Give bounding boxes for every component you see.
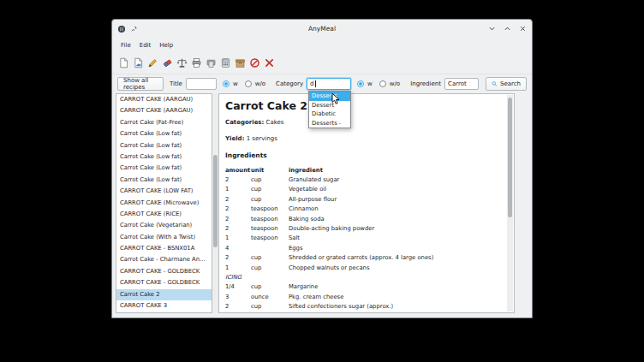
amount-cell: 1: [225, 186, 251, 193]
show-all-recipes-button[interactable]: Show all recipes: [117, 77, 164, 91]
search-button[interactable]: Search: [486, 77, 527, 91]
maximize-button[interactable]: [503, 25, 511, 33]
ingredient-cell: Pkg. cream cheese: [289, 294, 502, 300]
export-icon: [206, 57, 217, 68]
recipe-list-item[interactable]: CARROT CAKE - GOLDBECK: [116, 266, 212, 277]
category-without-label: w/o: [390, 80, 400, 87]
close-button[interactable]: [518, 25, 527, 33]
category-without-radio[interactable]: [379, 80, 386, 87]
categories-label: Categories:: [225, 119, 264, 126]
recipe-list-item[interactable]: Carrot Cake 2: [116, 289, 212, 300]
recipe-list-scrollbar-thumb[interactable]: [213, 155, 218, 247]
unit-cell: ounce: [251, 294, 289, 300]
recipe-list-item[interactable]: CARROT CAKE (LOW FAT): [116, 186, 212, 197]
unit-cell: cup: [251, 186, 289, 193]
cancel-button[interactable]: [248, 55, 261, 72]
recipe-list-item[interactable]: CARROT CAKE - BSNX01A: [116, 243, 212, 254]
erase-button[interactable]: [161, 55, 174, 72]
amount-cell: 2: [225, 225, 251, 232]
recipe-list-item[interactable]: CARROT CAKE (AARGAU): [116, 94, 212, 105]
recipe-list: CARROT CAKE (AARGAU)CARROT CAKE (AARGAU)…: [116, 93, 212, 313]
screen: AnyMeal FileEditHelp Show all recipes Ti…: [0, 0, 644, 362]
unit-cell: teaspoon: [251, 225, 289, 232]
app-icon: [117, 25, 126, 33]
ingredient-cell: All-purpose flour: [289, 196, 502, 203]
minimize-button[interactable]: [487, 25, 496, 33]
pin-icon[interactable]: [130, 25, 138, 33]
recipe-list-item[interactable]: Carrot Cake (Vegetarian): [116, 220, 212, 231]
completion-item[interactable]: Diabetic: [309, 110, 350, 119]
print-icon: [191, 57, 202, 68]
completion-item[interactable]: Desserts -: [309, 119, 350, 128]
category-with-radio[interactable]: [357, 80, 364, 87]
ingredient-cell: Double-acting baking powder: [289, 225, 502, 232]
recipe-list-item[interactable]: CARROT CAKE (Microwave): [116, 198, 212, 209]
scale-button[interactable]: [176, 55, 188, 72]
new-recipe-button[interactable]: [117, 55, 130, 72]
unit-cell: cup: [251, 283, 289, 290]
database-button[interactable]: [234, 55, 247, 72]
amount-cell: 2: [225, 196, 251, 203]
ingredient-column-header: ingredient: [289, 167, 502, 174]
recipe-list-item[interactable]: Carrot Cake (Fat-Free): [116, 117, 212, 128]
export-button[interactable]: [205, 55, 218, 72]
title-with-radio[interactable]: [223, 80, 230, 87]
scale-icon: [176, 57, 188, 68]
yield-label: Yield:: [225, 135, 244, 142]
recipe-list-item[interactable]: Carrot Cake (With a Twist): [116, 232, 212, 243]
menu-file[interactable]: File: [116, 40, 135, 50]
menubar: FileEditHelp: [112, 38, 532, 52]
category-filter-wrap: DessertsDessertDiabeticDesserts -: [307, 78, 351, 90]
unit-cell: cup: [251, 196, 289, 203]
menu-help[interactable]: Help: [155, 40, 177, 50]
recipe-title: Carrot Cake 2: [225, 99, 502, 112]
recipe-list-item[interactable]: Carrot Cake (Low fat): [116, 140, 212, 151]
title-filter-input[interactable]: [186, 78, 217, 90]
recipe-list-item[interactable]: CARROT CAKE (AARGAU): [116, 105, 212, 116]
window-controls: [487, 25, 527, 33]
titlebar[interactable]: AnyMeal: [112, 20, 532, 38]
amount-cell: 1: [225, 234, 251, 241]
category-completion-popup: DessertsDessertDiabeticDesserts -: [308, 91, 351, 128]
unit-cell: teaspoon: [251, 205, 289, 212]
title-without-radio[interactable]: [245, 80, 252, 87]
ingredient-cell: Chopped walnuts or pecans: [289, 264, 502, 271]
ingredient-filter-input[interactable]: [444, 78, 479, 90]
open-recipe-button[interactable]: [132, 55, 145, 72]
calculator-icon: [220, 57, 231, 68]
mouse-cursor: [331, 92, 341, 105]
ingredients-table: amountunitingredient2cupGranulated sugar…: [225, 165, 502, 313]
ingredient-cell: Cinnamon: [289, 205, 502, 212]
detail-scrollbar[interactable]: [507, 95, 513, 312]
recipe-list-item[interactable]: CARROT CAKE (RICE): [116, 209, 212, 220]
recipe-list-item[interactable]: Carrot Cake (Low fat): [116, 163, 212, 174]
completion-item[interactable]: Dessert: [309, 101, 350, 110]
unit-cell: cup: [251, 176, 289, 183]
amount-cell: 3: [225, 294, 251, 300]
recipe-list-item[interactable]: Carrot Cake (Low fat): [116, 175, 212, 186]
title-without-label: w/o: [255, 80, 265, 87]
database-icon: [235, 57, 246, 68]
delete-recipe-button[interactable]: [263, 55, 276, 72]
ingredient-cell: Granulated sugar: [289, 176, 502, 183]
recipe-list-item[interactable]: Carrot Cake (Low fat): [116, 128, 212, 139]
recipe-categories-line: Categories: Cakes: [225, 119, 502, 126]
completion-item[interactable]: Desserts: [309, 92, 350, 101]
edit-recipe-button[interactable]: [146, 55, 159, 72]
recipe-list-item[interactable]: CARROT CAKE - GOLDBECK: [116, 277, 212, 288]
delete-recipe-icon: [264, 57, 275, 68]
menu-edit[interactable]: Edit: [135, 40, 156, 50]
ingredient-cell: Salt: [289, 234, 502, 241]
recipe-list-item[interactable]: Carrot Cake - Charmane An...: [116, 254, 212, 265]
recipe-list-item[interactable]: CARROT CAKE 3: [116, 300, 212, 312]
search-icon: [492, 80, 498, 88]
recipe-list-item[interactable]: Carrot Cake (Low fat): [116, 151, 212, 163]
ingredient-column-header: amount: [225, 167, 251, 174]
category-filter-input[interactable]: [307, 78, 351, 90]
recipe-list-scrollbar[interactable]: [212, 93, 218, 313]
categories-value: Cakes: [266, 119, 284, 126]
print-button[interactable]: [190, 55, 203, 72]
category-filter-label: Category: [276, 80, 303, 87]
calculator-button[interactable]: [219, 55, 232, 72]
detail-scrollbar-thumb[interactable]: [508, 98, 512, 217]
